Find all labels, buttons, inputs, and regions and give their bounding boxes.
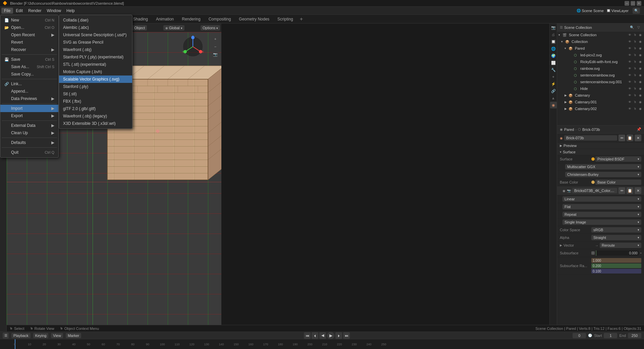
props-particles-icon[interactable]: ✦ xyxy=(550,73,557,80)
vis-render-btn[interactable]: ◉ xyxy=(638,33,643,37)
preview-section-header[interactable]: ▶ Preview xyxy=(557,143,644,149)
props-modifier-icon[interactable]: 🔧 xyxy=(550,66,557,73)
outliner-led-picv2[interactable]: ⬡ led-picv2.svg 👁 🖱 ◉ xyxy=(557,52,644,58)
props-output-icon[interactable]: 🖨 xyxy=(550,31,557,38)
menu-item-window[interactable]: Window xyxy=(44,8,64,14)
ricky-select-btn[interactable]: 🖱 xyxy=(633,59,637,64)
menu-save[interactable]: 💾Save Ctrl S xyxy=(0,56,58,63)
outliner-scene-collection[interactable]: ▾ 🎬 Scene Collection 👁 🖱 ◉ xyxy=(557,32,644,38)
sentence2-select-btn[interactable]: 🖱 xyxy=(633,80,637,84)
tab-shading[interactable]: Shading xyxy=(129,16,152,22)
props-render-icon[interactable]: 📷 xyxy=(550,24,557,31)
ricky-render-btn[interactable]: ◉ xyxy=(638,59,643,64)
catenary-eye-btn[interactable]: 👁 xyxy=(627,93,632,98)
object-close-btn[interactable]: ✕ xyxy=(635,135,641,141)
current-frame-input[interactable]: 0 xyxy=(573,333,586,338)
import-gltf[interactable]: glTF 2.0 (.glb/.gltf) xyxy=(59,105,132,112)
sentence1-eye-btn[interactable]: 👁 xyxy=(627,73,632,78)
menu-append[interactable]: Append... xyxy=(0,88,58,95)
led-select-btn[interactable]: 🖱 xyxy=(633,53,637,57)
subsurface-slider[interactable]: 0.000 xyxy=(596,250,639,256)
import-motion-capture[interactable]: Motion Capture (.bvh) xyxy=(59,68,132,76)
render-engine-select[interactable]: Multiscatter GGX ▾ xyxy=(565,164,641,169)
keying-menu[interactable]: Keying xyxy=(33,333,49,338)
subsurface-r1[interactable]: 1.000 xyxy=(591,258,641,263)
search-icon[interactable]: 🔍 xyxy=(633,8,640,14)
menu-open-recent[interactable]: Open Recent ▶ xyxy=(0,31,58,39)
menu-clean-up[interactable]: Clean Up ▶ xyxy=(0,129,58,137)
breadcrumb-pin-button[interactable]: 📌 xyxy=(637,127,641,132)
surface-type-select[interactable]: Principled BSDF ▾ xyxy=(595,156,641,162)
hide-select-btn[interactable]: 🖱 xyxy=(633,86,637,91)
import-fbx[interactable]: FBX (.fbx) xyxy=(59,98,132,105)
sentence1-select-btn[interactable]: 🖱 xyxy=(633,73,637,78)
end-frame-input[interactable]: 250 xyxy=(628,333,641,338)
props-view-layer-icon[interactable]: 🔲 xyxy=(550,38,557,45)
texture-node-field[interactable]: Bricks073B_4K_Color.... xyxy=(572,188,617,193)
outliner-collection[interactable]: ▾ 📦 Collection 👁 🖱 ◉ xyxy=(557,38,644,45)
projection-select[interactable]: Flat ▾ xyxy=(562,204,641,209)
subsurface-method-select[interactable]: Christensen-Burley ▾ xyxy=(565,172,641,177)
pared-render-btn[interactable]: ◉ xyxy=(638,46,643,51)
catenary002-select-btn[interactable]: 🖱 xyxy=(633,106,637,111)
outliner-ricky[interactable]: ⬡ RickyEdit-with-font.svg 👁 🖱 ◉ xyxy=(557,58,644,65)
import-wavefront-legacy[interactable]: Wavefront (.obj) (legacy) xyxy=(59,112,132,120)
outliner-search-icon[interactable]: 🔍 xyxy=(629,25,635,30)
catenary001-select-btn[interactable]: 🖱 xyxy=(633,100,637,104)
pared-select-btn[interactable]: 🖱 xyxy=(633,46,637,51)
transform-orientation-button[interactable]: ⊕ Global ▾ xyxy=(163,25,184,31)
timeline-menu-icon[interactable]: ☰ xyxy=(3,333,9,339)
outliner-sentence1[interactable]: ⬡ sentencerainbow.svg 👁 🖱 ◉ xyxy=(557,72,644,79)
menu-export[interactable]: Export ▶ xyxy=(0,112,58,119)
view-menu[interactable]: View xyxy=(51,333,63,338)
camera-view-button[interactable]: 📷 xyxy=(212,51,219,58)
menu-save-as[interactable]: Save As... Shift Ctrl S xyxy=(0,63,58,70)
catenary001-render-btn[interactable]: ◉ xyxy=(638,100,643,104)
options-button[interactable]: Options ▾ xyxy=(201,25,220,31)
catenary-select-btn[interactable]: 🖱 xyxy=(633,93,637,98)
colorspace-select[interactable]: sRGB ▾ xyxy=(591,227,641,233)
menu-item-edit[interactable]: Edit xyxy=(13,8,25,14)
catenary001-eye-btn[interactable]: 👁 xyxy=(627,100,632,104)
add-workspace-button[interactable]: + xyxy=(297,16,306,22)
alpha-select[interactable]: Straight ▾ xyxy=(591,235,641,240)
props-material-icon[interactable]: ◉ xyxy=(550,102,557,108)
led-render-btn[interactable]: ◉ xyxy=(638,53,643,57)
object-edit-btn[interactable]: ✏ xyxy=(619,135,625,141)
object-menu-button[interactable]: Object xyxy=(132,25,147,31)
reverse-play-button[interactable]: ◀ xyxy=(319,332,326,339)
tab-geometry-nodes[interactable]: Geometry Nodes xyxy=(235,16,273,22)
import-stanford[interactable]: Stanford (.ply) xyxy=(59,83,132,90)
extension-select[interactable]: Repeat ▾ xyxy=(562,212,641,217)
rainbow-select-btn[interactable]: 🖱 xyxy=(633,66,637,71)
hide-render-btn[interactable]: ◉ xyxy=(638,86,643,91)
start-frame-input[interactable]: 1 xyxy=(604,333,617,338)
zoom-in-button[interactable]: + xyxy=(212,36,219,42)
menu-quit[interactable]: Quit Ctrl Q xyxy=(0,149,58,156)
menu-open[interactable]: 📂Open... Ctrl O xyxy=(0,24,58,31)
import-stl[interactable]: STL (.stl) (experimental) xyxy=(59,61,132,68)
outliner-catenary[interactable]: ▶ 📦 Catenary 👁 🖱 ◉ xyxy=(557,92,644,99)
marker-menu[interactable]: Marker xyxy=(66,333,81,338)
maximize-button[interactable]: □ xyxy=(631,1,635,6)
interpolation-select[interactable]: Linear ▾ xyxy=(562,196,641,202)
catenary-render-btn[interactable]: ◉ xyxy=(638,93,643,98)
menu-item-help[interactable]: Help xyxy=(64,8,77,14)
menu-data-previews[interactable]: Data Previews ▶ xyxy=(0,95,58,102)
props-physics-icon[interactable]: ⚡ xyxy=(550,81,557,87)
play-button[interactable]: ▶ xyxy=(327,332,334,339)
tab-compositing[interactable]: Compositing xyxy=(205,16,235,22)
ricky-eye-btn[interactable]: 👁 xyxy=(627,59,632,64)
menu-new[interactable]: 📄New Ctrl N xyxy=(0,16,58,24)
collection-render-btn[interactable]: ◉ xyxy=(638,39,643,44)
object-name-field[interactable]: Brick-073b xyxy=(564,135,617,141)
subsurface-r2[interactable]: 0.200 xyxy=(591,263,641,268)
import-alembic[interactable]: Alembic (.abc) xyxy=(59,24,132,31)
sentence1-render-btn[interactable]: ◉ xyxy=(638,73,643,78)
rainbow-render-btn[interactable]: ◉ xyxy=(638,66,643,71)
import-stl2[interactable]: Stl (.stl) xyxy=(59,90,132,98)
source-select[interactable]: Single Image ▾ xyxy=(562,219,641,225)
catenary002-eye-btn[interactable]: 👁 xyxy=(627,106,632,111)
outliner-pared[interactable]: ▾ 📦 Pared 👁 🖱 ◉ xyxy=(557,45,644,52)
timeline-ruler[interactable]: 0 10 20 30 40 50 60 70 80 90 100 110 120… xyxy=(0,339,644,349)
